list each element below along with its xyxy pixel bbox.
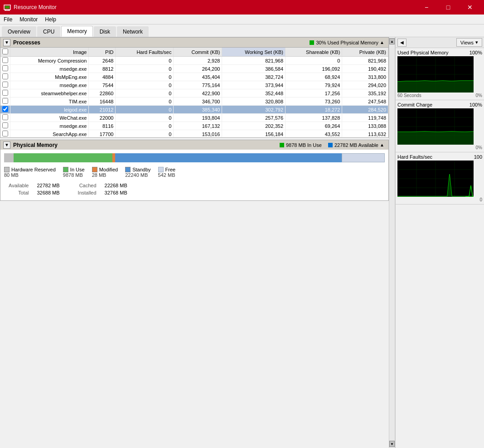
legend-swatch-inuse (63, 167, 68, 172)
col-checkbox[interactable] (0, 48, 10, 57)
scroll-down-btn[interactable]: ▼ (389, 441, 395, 447)
row-hard-faults: 0 (116, 73, 174, 81)
processes-collapse-arrow[interactable]: ▲ (378, 39, 386, 46)
tab-memory[interactable]: Memory (61, 26, 92, 37)
row-shareable: 17,256 (286, 89, 342, 97)
row-checkbox[interactable] (2, 82, 8, 88)
expand-right-btn[interactable]: ◀ (397, 39, 407, 47)
row-checkbox[interactable] (2, 65, 8, 71)
physical-memory-inuse: 9878 MB In Use (286, 142, 322, 148)
memory-bar (4, 153, 385, 162)
physical-memory-collapse-arrow[interactable]: ▲ (378, 141, 386, 149)
row-pid: 8116 (89, 122, 116, 130)
physical-memory-available: 22782 MB Available (334, 142, 378, 148)
row-checkbox[interactable] (2, 122, 8, 128)
scroll-up-btn[interactable]: ▲ (389, 38, 395, 44)
row-shareable: 73,260 (286, 97, 342, 106)
row-checkbox-cell[interactable] (0, 97, 10, 106)
row-working-set: 373,944 (222, 81, 286, 89)
col-working-set[interactable]: Working Set (KB) (222, 48, 286, 57)
row-private: 284,520 (342, 106, 388, 114)
main-layout: ▼ Processes 30% Used Physical Memory ▲ I… (0, 37, 484, 448)
menu-file[interactable]: File (0, 15, 16, 24)
row-checkbox-cell[interactable] (0, 114, 10, 122)
row-pid: 21012 (89, 106, 116, 114)
row-checkbox[interactable] (2, 131, 8, 136)
table-row[interactable]: msedge.exe 7544 0 775,164 373,944 79,924… (0, 81, 388, 89)
physical-memory-expand-btn[interactable]: ▼ (3, 141, 10, 149)
maximize-button[interactable]: □ (438, 0, 459, 15)
row-checkbox[interactable] (2, 73, 8, 79)
table-row[interactable]: SearchApp.exe 17700 0 153,016 156,184 43… (0, 130, 388, 138)
tab-overview[interactable]: Overview (2, 26, 36, 37)
row-checkbox-cell[interactable] (0, 89, 10, 97)
tab-network[interactable]: Network (117, 26, 149, 37)
row-image: leigod.exe (10, 106, 89, 114)
row-checkbox-cell[interactable] (0, 73, 10, 81)
memory-stats-table: Available 22782 MB Cached 22268 MB Total… (4, 181, 132, 197)
tab-disk[interactable]: Disk (94, 26, 116, 37)
row-shareable: 68,924 (286, 73, 342, 81)
physical-memory-title: Physical Memory (13, 142, 280, 148)
table-row[interactable]: WeChat.exe 22000 0 193,804 257,576 137,8… (0, 114, 388, 122)
processes-green-dot (310, 40, 314, 45)
col-commit[interactable]: Commit (KB) (174, 48, 222, 57)
row-pid: 22000 (89, 114, 116, 122)
physical-memory-header[interactable]: ▼ Physical Memory 9878 MB In Use 22782 M… (0, 140, 389, 150)
processes-table-container[interactable]: Image PID Hard Faults/sec Commit (KB) Wo… (0, 47, 389, 138)
col-image[interactable]: Image (10, 48, 89, 57)
row-checkbox-cell[interactable] (0, 130, 10, 138)
col-pid[interactable]: PID (89, 48, 116, 57)
row-checkbox-cell[interactable] (0, 106, 10, 114)
row-private: 119,748 (342, 114, 388, 122)
row-checkbox[interactable] (2, 90, 8, 96)
graph-commit-charge: Commit Charge 100% 0% (396, 100, 484, 152)
tab-cpu[interactable]: CPU (37, 26, 60, 37)
table-row[interactable]: TIM.exe 16448 0 346,700 320,808 73,260 2… (0, 97, 388, 106)
row-checkbox[interactable] (2, 57, 8, 63)
select-all-checkbox[interactable] (2, 49, 8, 54)
row-working-set: 202,352 (222, 122, 286, 130)
row-checkbox[interactable] (2, 106, 8, 112)
row-checkbox-cell[interactable] (0, 122, 10, 130)
processes-expand-btn[interactable]: ▼ (3, 39, 10, 46)
row-pid: 17700 (89, 130, 116, 138)
table-row[interactable]: leigod.exe 21012 0 385,340 302,792 18,27… (0, 106, 388, 114)
col-hard-faults[interactable]: Hard Faults/sec (116, 48, 174, 57)
legend-label-free: Free (165, 167, 176, 172)
row-checkbox[interactable] (2, 98, 8, 104)
row-shareable: 69,264 (286, 122, 342, 130)
row-checkbox-cell[interactable] (0, 65, 10, 73)
left-panel: ▼ Processes 30% Used Physical Memory ▲ I… (0, 37, 389, 448)
col-private[interactable]: Private (KB) (342, 48, 388, 57)
row-hard-faults: 0 (116, 97, 174, 106)
row-checkbox-cell[interactable] (0, 57, 10, 65)
col-shareable[interactable]: Shareable (KB) (286, 48, 342, 57)
processes-section-header[interactable]: ▼ Processes 30% Used Physical Memory ▲ (0, 37, 389, 47)
memory-legend: Hardware Reserved 80 MB In Use 9878 MB (4, 167, 385, 178)
menu-help[interactable]: Help (41, 15, 60, 24)
svg-marker-11 (397, 81, 474, 93)
row-checkbox[interactable] (2, 114, 8, 120)
processes-title: Processes (13, 39, 310, 46)
legend-swatch-free (158, 167, 164, 172)
stat-value-available: 22782 MB (33, 182, 63, 189)
stat-label-cached: Cached (74, 182, 100, 189)
main-scrollbar[interactable]: ▲ ▼ (389, 37, 395, 448)
table-row[interactable]: steamwebhelper.exe 22860 0 422,900 352,4… (0, 89, 388, 97)
close-button[interactable]: ✕ (460, 0, 480, 15)
table-row[interactable]: msedge.exe 8812 0 264,200 386,584 196,09… (0, 65, 388, 73)
menu-monitor[interactable]: Monitor (16, 15, 41, 24)
graph-max-hard-faults: 100 (474, 154, 482, 160)
views-button[interactable]: Views ▾ (456, 38, 482, 47)
row-pid: 16448 (89, 97, 116, 106)
table-row[interactable]: msedge.exe 8116 0 167,132 202,352 69,264… (0, 122, 388, 130)
row-pid: 2648 (89, 57, 116, 65)
minimize-button[interactable]: − (416, 0, 437, 15)
row-checkbox-cell[interactable] (0, 81, 10, 89)
table-row[interactable]: Memory Compression 2648 0 2,928 821,968 … (0, 57, 388, 65)
row-shareable: 18,272 (286, 106, 342, 114)
row-private: 113,632 (342, 130, 388, 138)
row-commit: 193,804 (174, 114, 222, 122)
table-row[interactable]: MsMpEng.exe 4884 0 435,404 382,724 68,92… (0, 73, 388, 81)
